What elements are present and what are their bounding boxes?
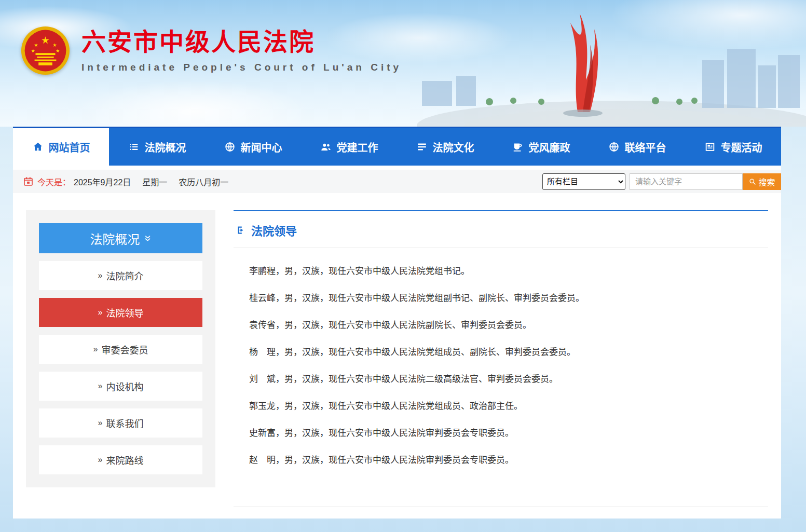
weekday: 星期一 [142,175,167,188]
nav-item-label: 网站首页 [49,140,90,155]
sidebar-item-label: 内设机构 [106,379,143,393]
leader-paragraph: 赵 明，男，汉族，现任六安市中级人民法院审判委员会专职委员。 [249,455,763,466]
sidebar-item-label: 法院简介 [106,269,143,282]
newspaper-icon [704,141,716,153]
svg-text:★: ★ [52,42,57,48]
nav-item-court-overview[interactable]: 法院概况 [109,128,205,166]
sidebar-item-contact[interactable]: 联系我们 [39,408,202,438]
sidebar-item-leaders[interactable]: 法院领导 [39,298,202,327]
leader-paragraph: 刘 斌，男，汉族，现任六安市中级人民法院二级高级法官、审判委员会委员。 [249,374,763,385]
search-button-label: 搜索 [758,175,775,188]
site-header: ★ ★ ★ ★ ★ 六安市中级人民法院 Intermediate People'… [0,0,806,127]
chevron-right-icon [98,418,103,428]
nav-item-label: 联络平台 [625,140,666,155]
globe-icon [608,141,620,153]
sidebar-menu: 法院简介 法院领导 审委会委员 内设机构 [39,261,202,474]
sidebar-item-directions[interactable]: 来院路线 [39,445,202,474]
site-brand: ★ ★ ★ ★ ★ 六安市中级人民法院 Intermediate People'… [21,26,402,75]
sidebar-item-label: 审委会委员 [101,343,148,356]
header-photo [412,2,806,127]
nav-item-label: 法院概况 [145,140,186,155]
main-content: 法院领导 李鹏程，男，汉族，现任六安市中级人民法院党组书记。 桂云峰，男，汉族，… [234,210,768,507]
today-label: 今天是： [37,175,71,188]
content-card: 今天是： 2025年9月22日 星期一 农历八月初一 所有栏目 搜索 法院概况 [13,166,781,519]
bottom-divider [234,507,768,507]
sidebar-item-label: 法院领导 [106,306,143,319]
chevron-right-icon [98,455,103,465]
arrow-enter-icon [236,225,247,236]
sidebar-item-departments[interactable]: 内设机构 [39,372,202,401]
svg-text:★: ★ [41,35,50,46]
search-icon [748,178,756,185]
site-subtitle: Intermediate People's Court of Lu'an Cit… [81,62,402,73]
nav-item-label: 新闻中心 [241,140,282,155]
svg-text:★: ★ [34,42,38,48]
chevron-down-icon [143,235,154,241]
nav-item-label: 法院文化 [433,140,474,155]
sidebar: 法院概况 法院简介 法院领导 审委会委员 [26,210,215,487]
nav-item-court-culture[interactable]: 法院文化 [397,128,493,166]
sidebar-item-intro[interactable]: 法院简介 [39,261,202,290]
chevron-right-icon [93,345,98,354]
main-nav: 网站首页 法院概况 新闻中心 党建工作 法院文化 [13,127,781,166]
nav-item-special-topics[interactable]: 专题活动 [685,128,781,166]
globe-icon [224,141,236,153]
chevron-right-icon [98,271,103,280]
date-bar: 今天是： 2025年9月22日 星期一 农历八月初一 所有栏目 搜索 [13,170,781,193]
leader-paragraph: 袁传省，男，汉族，现任六安市中级人民法院副院长、审判委员会委员。 [249,320,763,331]
current-date: 2025年9月22日 [74,175,131,188]
home-icon [32,141,44,153]
sidebar-title[interactable]: 法院概况 [39,223,202,253]
national-emblem: ★ ★ ★ ★ ★ [21,26,70,75]
leader-paragraph: 李鹏程，男，汉族，现任六安市中级人民法院党组书记。 [249,266,763,277]
nav-item-news[interactable]: 新闻中心 [205,128,301,166]
nav-item-party-building[interactable]: 党建工作 [301,128,397,166]
leader-paragraph: 桂云峰，男，汉族，现任六安市中级人民法院党组副书记、副院长、审判委员会委员。 [249,293,763,304]
search-button[interactable]: 搜索 [743,173,781,190]
sidebar-item-committee[interactable]: 审委会委员 [39,335,202,364]
sidebar-item-label: 联系我们 [106,416,143,430]
list-icon [128,141,140,153]
nav-item-party-integrity[interactable]: 党风廉政 [493,128,589,166]
search-input[interactable] [630,173,743,190]
page-title: 法院领导 [251,222,297,238]
search-area: 所有栏目 搜索 [542,173,781,190]
category-select[interactable]: 所有栏目 [542,173,625,190]
sidebar-item-label: 来院路线 [106,453,143,467]
chevron-right-icon [98,381,103,391]
horizontal-bars-icon [416,141,428,153]
leader-paragraph: 郭玉龙，男，汉族，现任六安市中级人民法院党组成员、政治部主任。 [249,401,763,412]
nav-item-contact-platform[interactable]: 联络平台 [589,128,685,166]
site-title: 六安市中级人民法院 [81,28,402,56]
nav-item-label: 党建工作 [337,140,378,155]
page-title-bar: 法院领导 [234,211,768,248]
calendar-icon [23,176,33,186]
lunar-date: 农历八月初一 [179,175,228,188]
users-icon [320,141,332,153]
leader-paragraph: 史新富，男，汉族，现任六安市中级人民法院审判委员会专职委员。 [249,428,763,439]
chevron-right-icon [98,308,103,317]
leader-paragraph: 杨 理，男，汉族，现任六安市中级人民法院党组成员、副院长、审判委员会委员。 [249,347,763,358]
brand-text: 六安市中级人民法院 Intermediate People's Court of… [81,28,402,73]
nav-item-label: 党风廉政 [529,140,570,155]
svg-text:★: ★ [31,48,35,53]
svg-text:★: ★ [56,48,60,53]
article-body: 李鹏程，男，汉族，现任六安市中级人民法院党组书记。 桂云峰，男，汉族，现任六安市… [234,248,768,485]
nav-item-home[interactable]: 网站首页 [13,128,109,166]
nav-item-label: 专题活动 [721,140,762,155]
sidebar-title-label: 法院概况 [90,229,140,248]
cup-icon [512,141,524,153]
